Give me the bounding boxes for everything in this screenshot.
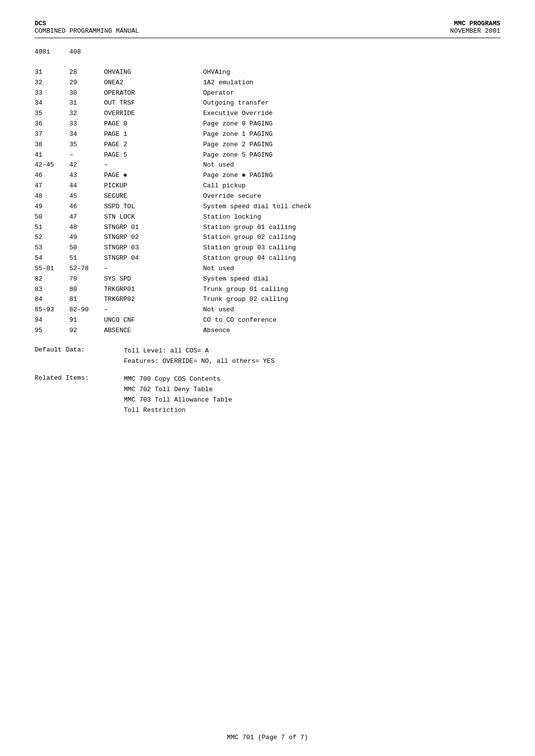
cell-col4: Page zone ✱ PAGING: [203, 171, 500, 181]
table-row: 4643PAGE ✱Page zone ✱ PAGING: [35, 171, 500, 181]
cell-col1: 54: [35, 253, 69, 264]
main-table: 408i 408: [35, 47, 500, 58]
cell-col3: STN LOCK: [104, 212, 203, 223]
page: DCS COMBINED PROGRAMMING MANUAL MMC PROG…: [0, 0, 535, 756]
related-item-2: MMC 702 Toll Deny Table: [124, 385, 232, 395]
header-subtitle-right: NOVEMBER 2001: [450, 27, 500, 35]
footer-text: MMC 701 (Page 7 of 7): [227, 734, 308, 741]
cell-col1: 84: [35, 294, 69, 305]
cell-col1: 47: [35, 181, 69, 191]
cell-col1: 55–81: [35, 264, 69, 274]
cell-col2: 81: [69, 294, 104, 305]
cell-col2: 92: [69, 326, 104, 336]
cell-col1: 35: [35, 109, 69, 119]
table-row: 8380TRKGRP01Trunk group 01 calling: [35, 285, 500, 295]
cell-col2: 48: [69, 223, 104, 233]
table-row: 5249STNGRP 02Station group 02 calling: [35, 233, 500, 243]
table-row: 55–8152–78–Not used: [35, 264, 500, 274]
cell-col4: Trunk group 02 calling: [203, 294, 500, 305]
cell-col2: 79: [69, 274, 104, 285]
cell-col1: 48: [35, 191, 69, 202]
page-header: DCS COMBINED PROGRAMMING MANUAL MMC PROG…: [35, 20, 500, 38]
cell-col1: 83: [35, 285, 69, 295]
table-row: 3633PAGE 0Page zone 0 PAGING: [35, 119, 500, 129]
related-items-value: MMC 700 Copy COS Contents MMC 702 Toll D…: [124, 374, 232, 415]
table-row: 3734PAGE 1Page zone 1 PAGING: [35, 129, 500, 140]
cell-col3: ABSENCE: [104, 326, 203, 336]
cell-col2: 91: [69, 315, 104, 326]
cell-col4: System speed dial toll check: [203, 202, 500, 212]
cell-col3: STNGRP 03: [104, 243, 203, 253]
table-row: 4946SSPD TOLSystem speed dial toll check: [35, 202, 500, 212]
table-row: 5451STNGRP 04Station group 04 calling: [35, 253, 500, 264]
cell-col1: 33: [35, 88, 69, 99]
col-header-3: [104, 47, 203, 58]
cell-col4: CO to CO conference: [203, 315, 500, 326]
cell-col2: 34: [69, 129, 104, 140]
cell-col1: 37: [35, 129, 69, 140]
header-title-right: MMC PROGRAMS: [450, 20, 500, 27]
cell-col4: Page zone 1 PAGING: [203, 129, 500, 140]
cell-col4: Call pickup: [203, 181, 500, 191]
cell-col3: OVERRIDE: [104, 109, 203, 119]
cell-col2: 52–78: [69, 264, 104, 274]
cell-col2: 35: [69, 140, 104, 150]
cell-col2: 80: [69, 285, 104, 295]
cell-col4: Operator: [203, 88, 500, 99]
col-header-2: 408: [69, 47, 104, 58]
table-row: 3532OVERRIDEExecutive Override: [35, 109, 500, 119]
cell-col2: 46: [69, 202, 104, 212]
cell-col1: 46: [35, 171, 69, 181]
cell-col3: PAGE 1: [104, 129, 203, 140]
cell-col4: Station group 04 calling: [203, 253, 500, 264]
table-row: 8481TRKGRP02Trunk group 02 calling: [35, 294, 500, 305]
cell-col1: 82: [35, 274, 69, 285]
cell-col3: UNCO CNF: [104, 315, 203, 326]
table-row: 9491UNCO CNFCO to CO conference: [35, 315, 500, 326]
cell-col2: 30: [69, 88, 104, 99]
cell-col4: System speed dial: [203, 274, 500, 285]
cell-col2: 32: [69, 109, 104, 119]
table-row: 42–4542–Not used: [35, 160, 500, 171]
cell-col3: OUT TRSF: [104, 98, 203, 109]
cell-col3: SSPD TOL: [104, 202, 203, 212]
table-row: 8279SYS SPDSystem speed dial: [35, 274, 500, 285]
cell-col4: Not used: [203, 305, 500, 315]
cell-col4: OHVAing: [203, 67, 500, 78]
table-row: 3128OHVAINGOHVAing: [35, 67, 500, 78]
cell-col4: Station group 01 calling: [203, 223, 500, 233]
cell-col3: OHVAING: [104, 67, 203, 78]
cell-col1: 31: [35, 67, 69, 78]
cell-col2: 49: [69, 233, 104, 243]
cell-col3: STNGRP 02: [104, 233, 203, 243]
cell-col4: Page zone 0 PAGING: [203, 119, 500, 129]
cell-col3: ONEA2: [104, 78, 203, 88]
table-row: 9592ABSENCEAbsence: [35, 326, 500, 336]
cell-col3: –: [104, 264, 203, 274]
cell-col3: –: [104, 305, 203, 315]
cell-col3: SECURE: [104, 191, 203, 202]
cell-col1: 36: [35, 119, 69, 129]
cell-col2: –: [69, 150, 104, 161]
cell-col3: OPERATOR: [104, 88, 203, 99]
default-data-section: Default Data: Toll Level: all COS= A Fea…: [35, 346, 500, 367]
cell-col2: 42: [69, 160, 104, 171]
table-row: 5047STN LOCKStation locking: [35, 212, 500, 223]
cell-col1: 41: [35, 150, 69, 161]
cell-col1: 49: [35, 202, 69, 212]
cell-col3: PAGE 5: [104, 150, 203, 161]
cell-col3: TRKGRP02: [104, 294, 203, 305]
cell-col4: Page zone 2 PAGING: [203, 140, 500, 150]
table-row: 3835PAGE 2Page zone 2 PAGING: [35, 140, 500, 150]
table-row: 41–PAGE 5Page zone 5 PAGING: [35, 150, 500, 161]
cell-col2: 43: [69, 171, 104, 181]
cell-col4: Executive Override: [203, 109, 500, 119]
data-table: 3128OHVAINGOHVAing3229ONEA21A2 emulation…: [35, 67, 500, 336]
cell-col3: STNGRP 01: [104, 223, 203, 233]
cell-col2: 82–90: [69, 305, 104, 315]
cell-col3: PAGE 0: [104, 119, 203, 129]
related-item-4: Toll Restriction: [124, 406, 232, 416]
cell-col3: TRKGRP01: [104, 285, 203, 295]
default-data-line2: Features: OVERRIDE= NO, all others= YES: [124, 356, 274, 367]
cell-col1: 34: [35, 98, 69, 109]
